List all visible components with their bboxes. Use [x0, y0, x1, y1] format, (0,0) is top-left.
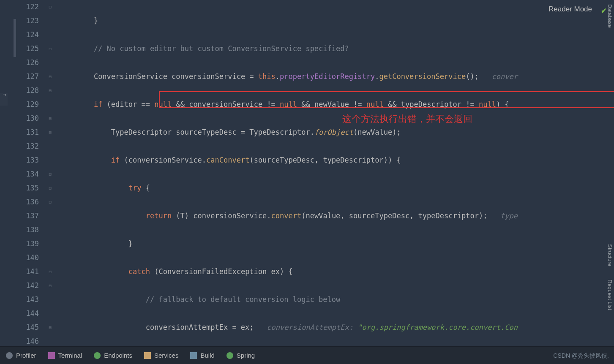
bottom-toolbar: Profiler Terminal Endpoints Services Bui… — [0, 346, 614, 364]
code-editor: 122⊟ 123 124 125⊟ 126 127⊟ 128⊟ 129 130⊟… — [0, 0, 614, 346]
line-number: 144 — [0, 307, 55, 321]
tool-services[interactable]: Services — [144, 352, 179, 359]
line-number: 126 — [0, 56, 55, 70]
code-line: if (conversionService.canConvert(sourceT… — [59, 153, 614, 167]
line-number: 128⊟ — [0, 84, 55, 98]
line-number: 137 — [0, 209, 55, 223]
code-line: return (T) conversionService.convert(new… — [59, 209, 614, 223]
line-number: 131⊟ — [0, 125, 55, 139]
tool-profiler[interactable]: Profiler — [6, 352, 36, 359]
line-number: 141⊟ — [0, 265, 55, 279]
tab-request-list[interactable]: Request List — [606, 277, 614, 312]
endpoints-icon — [94, 352, 101, 359]
tool-spring[interactable]: Spring — [226, 352, 255, 359]
line-number: 135⊟ — [0, 181, 55, 195]
line-number: 132 — [0, 139, 55, 153]
line-number: 130⊟ — [0, 111, 55, 125]
code-line: TypeDescriptor sourceTypeDesc = TypeDesc… — [59, 125, 614, 139]
terminal-icon — [48, 352, 55, 359]
watermark: CSDN @秃头披风侠. — [553, 352, 609, 360]
line-number: 123 — [0, 14, 55, 28]
services-icon — [144, 352, 151, 359]
line-number: 133 — [0, 153, 55, 167]
code-line: ConversionService conversionService = th… — [59, 70, 614, 84]
tab-database[interactable]: Database — [606, 2, 614, 30]
line-number: 122⊟ — [0, 0, 55, 14]
tool-terminal[interactable]: Terminal — [48, 352, 82, 359]
line-number: 129 — [0, 98, 55, 111]
code-line: catch (ConversionFailedException ex) { — [59, 265, 614, 279]
reader-mode-label[interactable]: Reader Mode — [549, 5, 592, 14]
profiler-icon — [6, 352, 13, 359]
line-number: 124 — [0, 28, 55, 42]
code-area[interactable]: } // No custom editor but custom Convers… — [59, 0, 614, 346]
annotation-text: 这个方法执行出错，并不会返回 — [342, 112, 472, 126]
line-number: 145⊟ — [0, 321, 55, 334]
tool-endpoints[interactable]: Endpoints — [94, 352, 132, 359]
line-number: 125⊟ — [0, 42, 55, 56]
code-line: if (editor == null && conversionService … — [59, 98, 614, 111]
line-gutter: 122⊟ 123 124 125⊟ 126 127⊟ 128⊟ 129 130⊟… — [0, 0, 59, 346]
code-line: } — [59, 14, 614, 28]
code-line: // No custom editor but custom Conversio… — [59, 42, 614, 56]
code-line: } — [59, 237, 614, 251]
code-line: conversionAttemptEx = ex; conversionAtte… — [59, 321, 614, 334]
code-line: // fallback to default conversion logic … — [59, 293, 614, 307]
line-number: 142⊟ — [0, 279, 55, 293]
tab-structure[interactable]: Structure — [606, 242, 614, 269]
line-number: 127⊟ — [0, 70, 55, 84]
line-number: 136⊟ — [0, 195, 55, 209]
line-number: 134⊟ — [0, 167, 55, 181]
line-number: 143 — [0, 293, 55, 307]
spring-icon — [226, 352, 233, 359]
line-number: 138 — [0, 223, 55, 237]
line-number: 140 — [0, 251, 55, 265]
code-line: try { — [59, 181, 614, 195]
build-icon — [190, 352, 197, 359]
right-tool-rail: Database Structure Request List — [606, 0, 614, 346]
line-number: 139 — [0, 237, 55, 251]
tool-build[interactable]: Build — [190, 352, 214, 359]
